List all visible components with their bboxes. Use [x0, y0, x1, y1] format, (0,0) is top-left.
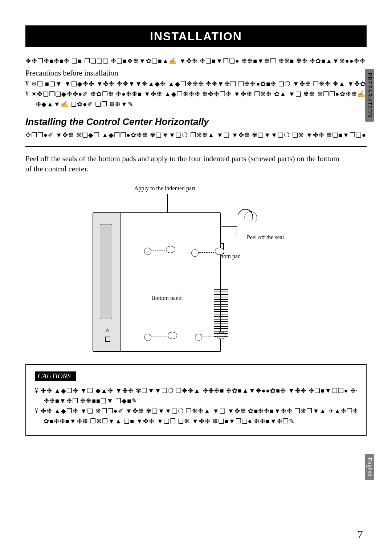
device-figure: Apply to the indented part. Peel off the…: [80, 187, 312, 354]
symbol-text-line: ¥ ❄❏ ■❏▼ ▼❏◆❉✤ ▼✤❉ ❉❋▼▼❋▲◆❉ ▲◆❒❋❉❉ ❉❋▼❉❒…: [25, 80, 367, 88]
device-illustration: Bottom panel: [93, 212, 221, 352]
bottom-pad-icon: [166, 246, 175, 253]
side-tab-preparation: PREPARATION: [365, 69, 374, 122]
side-tab-language: English: [365, 454, 374, 480]
dashed-arrow: [199, 252, 214, 253]
label-bottom-panel: Bottom panel: [151, 295, 183, 301]
screw-hole-icon: [191, 249, 199, 257]
cautions-label: CAUTIONS: [35, 371, 76, 381]
section-subheading: Installing the Control Center Horizontal…: [25, 116, 367, 127]
screw-hole-icon: [144, 248, 151, 255]
symbol-text-line: ¥ ✷✤❏❒❏◆❉✤●✐ ❉✿❒❉ ❉●❉❋■ ▼✤❉ ▲◆❒❋❉❉ ❉✤❉❒❉…: [25, 90, 367, 98]
dashed-arrow: [151, 337, 167, 337]
divider: [25, 146, 367, 147]
label-peel: Peel off the seal.: [247, 234, 285, 241]
screw-hole-icon: [195, 334, 202, 341]
leader-line: [237, 226, 237, 237]
dashed-arrow: [151, 251, 165, 251]
page-title: INSTALLATION: [150, 30, 242, 43]
page-title-bar: INSTALLATION: [25, 25, 367, 47]
dashed-arrow: [202, 337, 216, 337]
symbol-text-line: ❉❉■▼❉❒ ❉❋■■❏▼ ❒◆■✎: [35, 397, 357, 405]
symbol-text-line: ✣❒❒●✐ ▼✤❉ ❋❏◆❒ ▲◆❒❒●✿❉❉ ✾❏▼▼❏❍ ❒❋❉▲ ▼❏ ▼…: [25, 131, 367, 139]
symbol-text-line: ¥ ✤❉ ▲◆❒❉ ▼❏ ❋❒❒●✐ ▼✤❉ ✾❏▼▼❏❍ ❒❋❉▲ ▼❏ ▼✤…: [35, 407, 357, 415]
symbol-text-line: ¥ ✤❉ ▲◆❒❉ ▼❏ ◆▲❉ ▼✤❉ ✾❏▼▼❏❍ ❒❋❉▲ ❉✤❉■ ❉✿…: [35, 387, 357, 395]
peel-seal-icon: [238, 207, 260, 229]
bottom-pad-icon: [215, 248, 224, 255]
instruction-paragraph: Peel off the seals of the bottom pads an…: [25, 154, 341, 174]
symbol-text-line: ❖❉❒❉■❉■❉ ❏■ ❒❏❏❏ ❉❏■❖❉▼✿❏■▲✍ ▼✤❉ ❉❏■▼❒❏●…: [25, 57, 367, 65]
figure-container: Apply to the indented part. Peel off the…: [25, 187, 367, 354]
symbol-text-line: ❉◆▲▼✍ ❏✿●✐ ❏❒ ❉❉▼✎: [25, 100, 367, 108]
precautions-heading: Precautions before installation: [25, 69, 367, 78]
cautions-box: CAUTIONS ¥ ✤❉ ▲◆❒❉ ▼❏ ◆▲❉ ▼✤❉ ✾❏▼▼❏❍ ❒❋❉…: [25, 364, 367, 436]
screw-hole-icon: [144, 334, 151, 341]
page-number: 7: [358, 528, 363, 540]
label-apply: Apply to the indented part.: [134, 185, 197, 192]
bottom-pad-icon: [168, 332, 177, 339]
symbol-text-line: ✿■❉❉■▼❉❉ ❒❋❒▼▲ ❏■ ▼✤❉ ▼❏❒ ❏❋ ▼✤❉ ❉❏■▼❒❏●…: [35, 417, 357, 425]
heatsink-fins-icon: [214, 289, 228, 337]
